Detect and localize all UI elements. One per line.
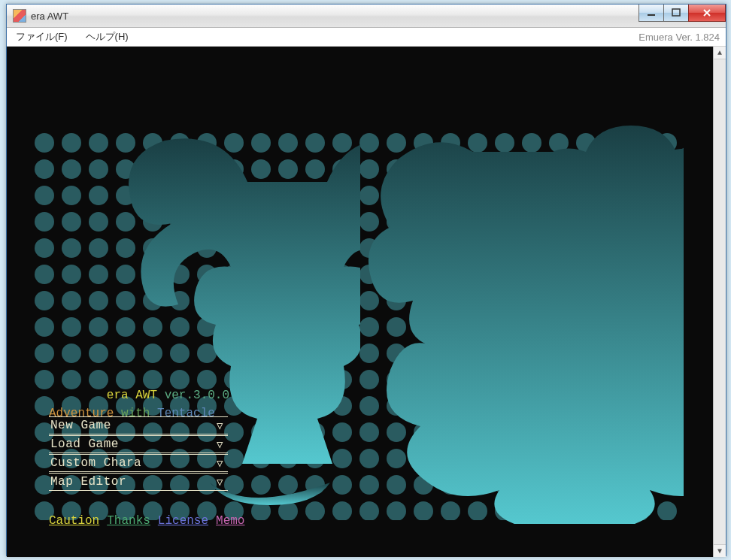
engine-version: Emuera Ver. 1.824 [638,32,726,43]
footer-links: CautionThanksLicenseMemo [49,514,252,528]
menu-label: New Game [50,419,111,432]
link-license[interactable]: License [158,514,208,528]
app-icon [13,9,26,23]
svg-rect-1 [672,9,680,16]
menu-custom-chara[interactable]: Custom Chara ▽ [49,454,228,472]
svg-point-194 [35,344,54,363]
svg-point-52 [89,186,108,205]
svg-point-123 [62,265,81,284]
maximize-button[interactable] [663,5,689,22]
svg-point-195 [62,344,81,363]
svg-point-28 [89,159,108,179]
svg-point-2 [35,133,54,153]
menu-label: Load Game [50,437,119,451]
svg-point-147 [62,291,81,310]
minimize-icon [647,8,656,17]
svg-point-170 [35,317,54,337]
svg-point-50 [35,186,54,205]
svg-point-148 [89,291,108,310]
menu-load-game[interactable]: Load Game ▽ [49,435,228,453]
svg-point-27 [62,159,81,179]
link-thanks[interactable]: Thanks [107,514,150,528]
svg-rect-0 [648,14,655,16]
menu-label: Custom Chara [50,456,141,470]
svg-point-4 [89,133,108,153]
menu-help[interactable]: ヘルプ(H) [77,29,138,45]
triangle-icon: ▽ [217,438,223,451]
svg-point-171 [62,317,81,337]
app-window: era AWT ファイル(F) ヘルプ(H) Emuera Ver. 1.824 [6,4,726,556]
scroll-down-icon[interactable]: ▼ [714,544,726,557]
svg-point-124 [89,265,108,284]
svg-point-146 [35,291,54,310]
menu-label: Map Editor [50,475,126,489]
window-buttons [639,5,726,21]
main-menu: New Game ▽ Load Game ▽ Custom Chara ▽ Ma… [49,416,228,491]
triangle-icon: ▽ [217,419,223,432]
menu-file[interactable]: ファイル(F) [7,29,77,45]
svg-point-75 [62,212,81,232]
svg-point-51 [62,186,81,205]
menu-map-editor[interactable]: Map Editor ▽ [49,473,228,491]
svg-point-122 [35,265,54,284]
link-caution[interactable]: Caution [49,514,99,528]
game-version: ver.3.0.0 [165,389,229,402]
svg-point-99 [62,238,81,258]
menu-new-game[interactable]: New Game ▽ [49,416,228,434]
svg-point-3 [62,133,81,153]
triangle-icon: ▽ [217,457,223,470]
game-name: era AWT [107,389,157,402]
titlebar[interactable]: era AWT [7,5,726,28]
svg-point-100 [89,238,108,258]
close-button[interactable] [688,5,726,22]
menubar: ファイル(F) ヘルプ(H) Emuera Ver. 1.824 [7,28,726,47]
vertical-scrollbar[interactable]: ▲ ▼ [713,47,726,557]
svg-point-196 [89,344,108,363]
close-icon [702,8,712,18]
silhouette-right [360,122,684,543]
window-title: era AWT [31,11,68,22]
link-memo[interactable]: Memo [216,514,244,528]
maximize-icon [672,8,681,17]
triangle-icon: ▽ [217,476,223,489]
svg-point-172 [89,317,108,337]
svg-point-76 [89,212,108,232]
svg-point-98 [35,238,54,258]
minimize-button[interactable] [638,5,664,22]
game-viewport: era AWT ver.3.0.0 Adventure with Tentacl… [7,47,726,557]
scroll-up-icon[interactable]: ▲ [714,47,726,59]
svg-point-74 [35,212,54,232]
svg-point-26 [35,159,54,179]
